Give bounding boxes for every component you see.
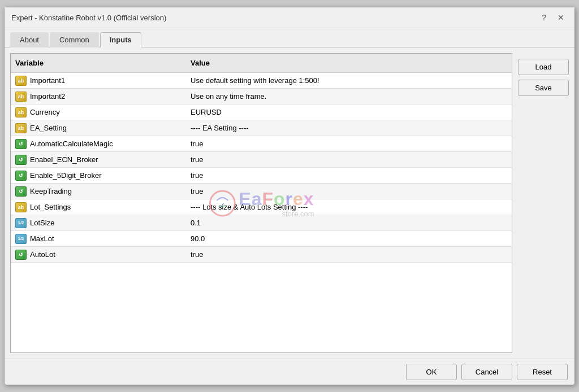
- row-variable: ab EA_Setting: [11, 121, 186, 135]
- type-icon: ↺: [15, 250, 27, 260]
- window-title: Expert - Konstatine Robot v1.0 (Official…: [11, 14, 166, 22]
- table-row[interactable]: ab Important1 Use default setting with l…: [11, 73, 512, 89]
- side-buttons: Load Save: [518, 53, 569, 353]
- row-variable: 1/2 LotSize: [11, 216, 186, 230]
- cancel-button[interactable]: Cancel: [461, 364, 512, 380]
- footer: OK Cancel Reset: [5, 359, 574, 385]
- variable-name: MaxLot: [30, 234, 54, 243]
- variable-name: Lot_Settings: [30, 203, 71, 211]
- col-value-header: Value: [186, 56, 512, 69]
- row-value: true: [186, 169, 512, 181]
- row-variable: 1/2 MaxLot: [11, 232, 186, 246]
- variable-name: AutoLot: [30, 250, 55, 259]
- variable-name: Currency: [30, 108, 60, 116]
- row-value: true: [186, 185, 512, 197]
- type-icon: ab: [15, 202, 27, 212]
- row-value: EURUSD: [186, 106, 512, 118]
- type-icon: ab: [15, 107, 27, 117]
- row-variable: ab Important2: [11, 90, 186, 103]
- variable-name: AutomaticCalculateMagic: [30, 140, 113, 148]
- variable-name: EA_Setting: [30, 124, 67, 132]
- row-value: Use on any time frame.: [186, 90, 512, 102]
- tab-about[interactable]: About: [10, 32, 49, 47]
- row-value: ---- Lots size & Auto Lots Setting ----: [186, 201, 512, 213]
- load-button[interactable]: Load: [518, 59, 569, 75]
- title-bar-left: Expert - Konstatine Robot v1.0 (Official…: [11, 14, 166, 22]
- table-row[interactable]: ↺ AutomaticCalculateMagic true: [11, 136, 512, 152]
- table-header: Variable Value: [11, 54, 512, 73]
- variable-name: LotSize: [30, 219, 54, 227]
- table-row[interactable]: 1/2 LotSize 0.1: [11, 215, 512, 231]
- variable-name: Important1: [30, 76, 65, 85]
- table-row[interactable]: ab Lot_Settings ---- Lots size & Auto Lo…: [11, 199, 512, 215]
- table-row[interactable]: ab Currency EURUSD: [11, 104, 512, 120]
- tab-inputs[interactable]: Inputs: [100, 32, 141, 47]
- table-body: ab Important1 Use default setting with l…: [11, 73, 512, 263]
- type-icon: 1/2: [15, 234, 27, 244]
- type-icon: ab: [15, 123, 27, 133]
- type-icon: ↺: [15, 171, 27, 181]
- tab-bar: About Common Inputs: [5, 28, 574, 47]
- row-value: 90.0: [186, 233, 512, 245]
- row-variable: ab Currency: [11, 106, 186, 119]
- table-row[interactable]: ab Important2 Use on any time frame.: [11, 89, 512, 104]
- type-icon: ab: [15, 92, 27, 102]
- row-value: Use default setting with leverage 1:500!: [186, 75, 512, 86]
- reset-button[interactable]: Reset: [517, 364, 568, 380]
- row-value: true: [186, 249, 512, 260]
- save-button[interactable]: Save: [518, 80, 569, 96]
- row-variable: ↺ KeepTrading: [11, 185, 186, 198]
- row-variable: ↺ Enable_5Digit_Broker: [11, 169, 186, 182]
- row-variable: ab Important1: [11, 74, 186, 88]
- row-value: true: [186, 138, 512, 150]
- help-button[interactable]: ?: [538, 12, 550, 23]
- row-variable: ↺ Enabel_ECN_Broker: [11, 153, 186, 167]
- content-area: Variable Value ab Important1 Use default…: [5, 47, 574, 359]
- type-icon: ab: [15, 76, 27, 86]
- col-variable-header: Variable: [11, 56, 186, 69]
- type-icon: ↺: [15, 139, 27, 149]
- row-value: ---- EA Setting ----: [186, 122, 512, 134]
- table-row[interactable]: ↺ AutoLot true: [11, 247, 512, 263]
- variable-name: Enable_5Digit_Broker: [30, 171, 101, 180]
- table-row[interactable]: 1/2 MaxLot 90.0: [11, 231, 512, 247]
- ok-button[interactable]: OK: [406, 364, 457, 380]
- table-row[interactable]: ab EA_Setting ---- EA Setting ----: [11, 120, 512, 136]
- table-row[interactable]: ↺ Enable_5Digit_Broker true: [11, 168, 512, 184]
- row-variable: ↺ AutoLot: [11, 248, 186, 262]
- title-bar-right: ? ✕: [538, 12, 568, 23]
- variable-name: Enabel_ECN_Broker: [30, 155, 98, 164]
- table-row[interactable]: ↺ Enabel_ECN_Broker true: [11, 152, 512, 168]
- tab-common[interactable]: Common: [50, 32, 99, 47]
- variable-name: Important2: [30, 92, 65, 101]
- variable-name: KeepTrading: [30, 187, 72, 195]
- type-icon: 1/2: [15, 218, 27, 228]
- variables-table: Variable Value ab Important1 Use default…: [10, 53, 512, 353]
- type-icon: ↺: [15, 186, 27, 197]
- close-button[interactable]: ✕: [554, 12, 568, 23]
- dialog: Expert - Konstatine Robot v1.0 (Official…: [4, 7, 575, 385]
- type-icon: ↺: [15, 155, 27, 165]
- title-bar: Expert - Konstatine Robot v1.0 (Official…: [5, 7, 574, 28]
- table-row[interactable]: ↺ KeepTrading true: [11, 184, 512, 199]
- row-value: 0.1: [186, 217, 512, 229]
- row-variable: ab Lot_Settings: [11, 201, 186, 214]
- row-variable: ↺ AutomaticCalculateMagic: [11, 137, 186, 151]
- row-value: true: [186, 154, 512, 165]
